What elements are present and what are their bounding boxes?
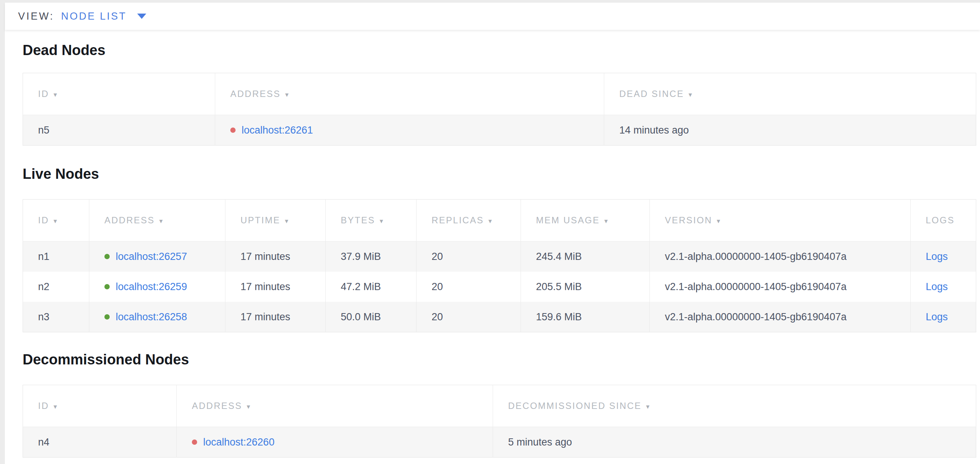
decommissioned-nodes-section: Decommissioned Nodes ID▾ADDRESS▾DECOMMIS…: [22, 351, 980, 458]
address-link[interactable]: localhost:26259: [116, 281, 187, 292]
cell-version: v2.1-alpha.00000000-1405-gb6190407a: [650, 302, 911, 332]
column-label: BYTES: [341, 215, 375, 225]
cell-uptime: 17 minutes: [225, 302, 326, 332]
column-label: ID: [38, 215, 49, 225]
column-header-id[interactable]: ID▾: [23, 385, 177, 427]
cell-mem-usage: 205.5 MiB: [521, 272, 650, 302]
cell-text: 159.6 MiB: [536, 311, 582, 322]
logs-link[interactable]: Logs: [926, 281, 948, 292]
table-row: n1localhost:2625717 minutes37.9 MiB20245…: [23, 241, 976, 272]
logs-link[interactable]: Logs: [926, 311, 948, 322]
cell-decommissioned-since: 5 minutes ago: [493, 427, 976, 458]
cell-text: 17 minutes: [240, 281, 290, 292]
section-title-live-nodes: Live Nodes: [22, 166, 980, 182]
column-label: ADDRESS: [230, 89, 281, 99]
address-link[interactable]: localhost:26260: [203, 437, 274, 448]
dead-nodes-table: ID▾ADDRESS▾DEAD SINCE▾n5localhost:262611…: [22, 73, 976, 146]
cell-uptime: 17 minutes: [225, 241, 326, 272]
sort-caret-icon: ▾: [247, 403, 250, 410]
dead-nodes-section: Dead Nodes ID▾ADDRESS▾DEAD SINCE▾n5local…: [22, 42, 980, 146]
cell-address: localhost:26261: [215, 115, 604, 146]
cell-text: n1: [38, 251, 49, 262]
column-header-address[interactable]: ADDRESS▾: [215, 73, 604, 115]
table-header-row: ID▾ADDRESS▾UPTIME▾BYTES▾REPLICAS▾MEM USA…: [23, 199, 976, 241]
cell-replicas: 20: [417, 241, 521, 272]
sort-caret-icon: ▾: [54, 403, 57, 410]
cell-text: 205.5 MiB: [536, 281, 582, 292]
cell-address: localhost:26258: [89, 302, 225, 332]
table-row: n4localhost:262605 minutes ago: [23, 427, 976, 458]
column-header-id[interactable]: ID▾: [23, 199, 89, 241]
cell-version: v2.1-alpha.00000000-1405-gb6190407a: [650, 241, 911, 272]
cell-text: 20: [431, 251, 443, 262]
column-label: DEAD SINCE: [619, 89, 684, 99]
decommissioned-nodes-table: ID▾ADDRESS▾DECOMMISSIONED SINCE▾n4localh…: [22, 385, 976, 458]
sort-caret-icon: ▾: [604, 217, 608, 225]
column-label: ID: [38, 401, 49, 411]
table-header-row: ID▾ADDRESS▾DECOMMISSIONED SINCE▾: [23, 385, 976, 427]
column-header-mem-usage[interactable]: MEM USAGE▾: [521, 199, 650, 241]
cell-id: n3: [23, 302, 89, 332]
column-header-id[interactable]: ID▾: [23, 73, 215, 115]
status-dot-dead: [230, 128, 235, 133]
cell-text: 5 minutes ago: [508, 437, 572, 448]
sort-caret-icon: ▾: [54, 91, 57, 99]
cell-text: 50.0 MiB: [341, 311, 381, 322]
section-title-decommissioned-nodes: Decommissioned Nodes: [22, 351, 980, 368]
cell-text: v2.1-alpha.00000000-1405-gb6190407a: [665, 251, 846, 262]
cell-text: 20: [431, 311, 443, 322]
status-dot-live: [104, 254, 110, 259]
view-bar: VIEW: NODE LIST: [5, 3, 980, 30]
cell-logs: Logs: [911, 241, 976, 272]
cell-mem-usage: 245.4 MiB: [521, 241, 650, 272]
section-title-dead-nodes: Dead Nodes: [22, 42, 980, 59]
status-dot-live: [104, 284, 110, 289]
live-nodes-table: ID▾ADDRESS▾UPTIME▾BYTES▾REPLICAS▾MEM USA…: [22, 199, 976, 332]
logs-link[interactable]: Logs: [926, 251, 948, 262]
sort-caret-icon: ▾: [159, 217, 163, 225]
status-dot-decommissioned: [192, 440, 197, 445]
sort-caret-icon: ▾: [380, 217, 383, 225]
cell-replicas: 20: [417, 302, 521, 332]
address-link[interactable]: localhost:26261: [242, 124, 313, 136]
column-header-dead-since[interactable]: DEAD SINCE▾: [604, 73, 976, 115]
view-dropdown[interactable]: NODE LIST: [61, 11, 146, 22]
view-label: VIEW:: [18, 11, 54, 22]
view-dropdown-value: NODE LIST: [61, 11, 127, 22]
sort-caret-icon: ▾: [285, 217, 288, 225]
column-header-decommissioned-since[interactable]: DECOMMISSIONED SINCE▾: [493, 385, 976, 427]
cell-text: 17 minutes: [240, 311, 290, 322]
sort-caret-icon: ▾: [646, 403, 649, 410]
cell-id: n2: [23, 272, 89, 302]
column-label: UPTIME: [240, 215, 280, 225]
column-header-version[interactable]: VERSION▾: [650, 199, 911, 241]
cell-bytes: 50.0 MiB: [326, 302, 417, 332]
cell-text: 47.2 MiB: [341, 281, 381, 292]
column-header-uptime[interactable]: UPTIME▾: [225, 199, 326, 241]
column-header-replicas[interactable]: REPLICAS▾: [417, 199, 521, 241]
cell-text: n2: [38, 281, 49, 292]
cell-address: localhost:26259: [89, 272, 225, 302]
column-label: MEM USAGE: [536, 215, 600, 225]
sort-caret-icon: ▾: [285, 91, 289, 99]
cell-text: n4: [38, 437, 49, 448]
cell-text: v2.1-alpha.00000000-1405-gb6190407a: [665, 311, 846, 322]
cell-id: n4: [23, 427, 177, 458]
sort-caret-icon: ▾: [488, 217, 492, 225]
address-link[interactable]: localhost:26258: [116, 311, 187, 322]
cell-logs: Logs: [911, 302, 976, 332]
column-label: REPLICAS: [431, 215, 484, 225]
column-header-logs: LOGS: [911, 199, 976, 241]
cell-logs: Logs: [911, 272, 976, 302]
cell-text: v2.1-alpha.00000000-1405-gb6190407a: [665, 281, 846, 292]
table-row: n2localhost:2625917 minutes47.2 MiB20205…: [23, 272, 976, 302]
column-header-bytes[interactable]: BYTES▾: [326, 199, 417, 241]
column-header-address[interactable]: ADDRESS▾: [177, 385, 493, 427]
status-dot-live: [104, 314, 110, 319]
chevron-down-icon: [137, 14, 146, 19]
address-link[interactable]: localhost:26257: [116, 251, 187, 262]
cell-bytes: 37.9 MiB: [326, 241, 417, 272]
cell-text: 37.9 MiB: [341, 251, 381, 262]
column-header-address[interactable]: ADDRESS▾: [89, 199, 225, 241]
column-label: VERSION: [665, 215, 713, 225]
